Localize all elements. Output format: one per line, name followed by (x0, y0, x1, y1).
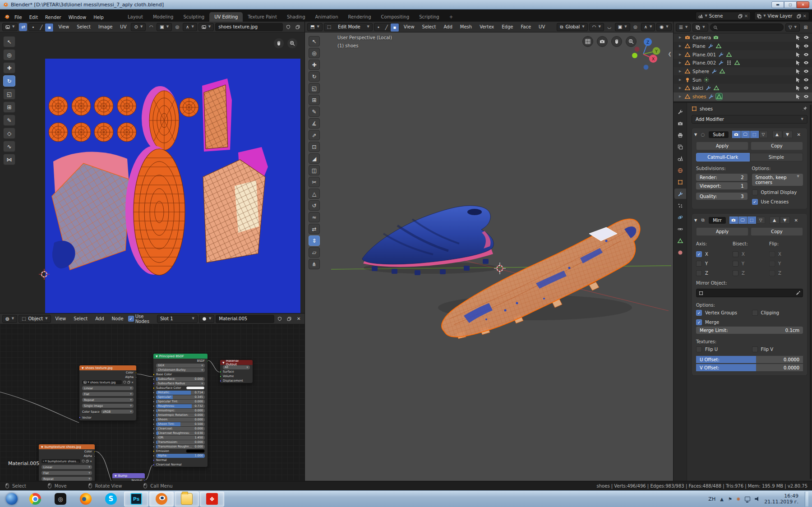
flip-z-checkbox[interactable] (769, 270, 775, 276)
chrome-icon[interactable] (23, 492, 47, 507)
new-material-icon[interactable] (285, 315, 293, 323)
maximize-button[interactable]: ▢ (784, 1, 797, 8)
outliner-row[interactable]: ▶ Plane (674, 42, 812, 51)
bsdf-input-row[interactable]: Normal (153, 458, 208, 462)
disclosure-icon[interactable]: ▶ (679, 78, 683, 82)
grab-tool-icon[interactable]: ◇ (3, 128, 15, 139)
mesh-data-icon[interactable] (715, 43, 722, 49)
disclosure-icon[interactable]: ▶ (679, 69, 683, 73)
properties-tab-constraints[interactable] (674, 224, 686, 234)
workspace-tab[interactable]: Shading (282, 12, 310, 22)
rotate-tool-icon[interactable]: ↻ (309, 71, 320, 82)
image-texture-node[interactable]: ▼shoes texture.jpg Color Alpha ▼ shoes t… (79, 365, 137, 421)
uv-menu[interactable]: Select (74, 23, 94, 30)
bsdf-input-row[interactable]: Clearcoat: 0.000 (153, 426, 208, 431)
clipping-checkbox[interactable] (752, 310, 758, 316)
node-canvas[interactable]: ▼shoes texture.jpg Color Alpha ▼ shoes t… (0, 324, 304, 481)
editor-type-button[interactable]: ☰▼ (676, 23, 691, 32)
shader-type-dropdown[interactable]: ⬚Object▼ (18, 315, 51, 323)
mirror-object-field[interactable] (696, 289, 803, 297)
measure-tool-icon[interactable]: ∡ (309, 118, 320, 129)
topbar-menu[interactable]: Edit (26, 13, 42, 22)
new-collection-button[interactable]: ⊞ (802, 23, 810, 32)
properties-scrollbar[interactable] (810, 105, 812, 479)
color-swatch[interactable] (186, 449, 205, 453)
bisect-x-checkbox[interactable] (733, 251, 738, 257)
mesh-data-icon[interactable] (726, 51, 732, 58)
disclosure-icon[interactable]: ▶ (679, 44, 683, 48)
mode-dropdown[interactable]: ⬚Edit Mode▼ (324, 23, 373, 31)
material-name-field[interactable]: Material.005 (216, 315, 274, 323)
flip-u-checkbox[interactable] (696, 346, 702, 352)
vertex-select-icon[interactable]: • (374, 23, 383, 32)
cage-toggle[interactable]: ▽ (757, 217, 765, 224)
bisect-z-checkbox[interactable] (733, 270, 738, 276)
uv-snap-icon[interactable]: ◠ (147, 23, 155, 31)
bevel-tool-icon[interactable]: ◢ (309, 153, 320, 164)
hide-eye-icon[interactable] (803, 93, 809, 100)
outliner-row[interactable]: ▶ Plane.002 (674, 59, 812, 67)
show-desktop-button[interactable] (805, 492, 808, 507)
workspace-tab[interactable]: Texture Paint (243, 12, 282, 22)
bump-texture-node[interactable]: ▼bumptexture shoes.jpg Color Alpha ▼ bum… (38, 444, 95, 481)
selectable-icon[interactable] (795, 77, 801, 83)
copy-button[interactable]: Copy (751, 142, 803, 150)
smooth-tool-icon[interactable]: ≈ (309, 212, 320, 222)
bsdf-input-row[interactable]: Sheen Tint: 0.500 (153, 422, 208, 426)
modifier-icon[interactable] (718, 60, 724, 66)
hide-eye-icon[interactable] (803, 51, 809, 58)
shader-menu[interactable]: Node (109, 315, 127, 322)
network-icon[interactable] (745, 497, 750, 501)
knife-tool-icon[interactable]: ✂ (309, 177, 320, 187)
breadcrumb[interactable]: shoes (700, 106, 713, 111)
editor-type-button[interactable]: ◍▼ (2, 315, 17, 323)
annotate-tool-icon[interactable]: ✎ (3, 115, 15, 126)
eyedropper-icon[interactable] (796, 291, 800, 295)
use-creases-checkbox[interactable] (752, 199, 758, 205)
proportional-edit-icon[interactable]: ◎ (632, 23, 640, 31)
u-offset-slider[interactable]: U Offset:0.0000 (696, 356, 803, 363)
optimal-display-checkbox[interactable] (752, 189, 758, 195)
transform-tool-icon[interactable]: ⊞ (309, 95, 320, 105)
inset-faces-tool-icon[interactable]: ⊡ (309, 142, 320, 152)
new-image-icon[interactable] (294, 23, 302, 31)
workspace-tab[interactable]: Rendering (343, 12, 376, 22)
volume-icon[interactable] (755, 497, 760, 502)
uv-canvas[interactable]: ↖ ◎ ✚ ↻ ◱ ⊞ ✎ ◇ ∿ ⋈ (0, 32, 304, 313)
viewport-menu[interactable]: Mesh (457, 23, 475, 30)
move-up-button[interactable]: ▲ (770, 217, 780, 224)
view-layer-selector[interactable]: ▼ View Layer ✕ (754, 12, 809, 20)
uv-menu[interactable]: View (55, 23, 72, 30)
move-tool-icon[interactable]: ✚ (309, 60, 320, 70)
scene-name[interactable]: Scene (709, 14, 736, 18)
bsdf-input-row[interactable]: Metallic: 0.714 (153, 390, 208, 395)
axis-x-checkbox[interactable] (696, 251, 702, 257)
modifier-icon[interactable] (711, 68, 717, 74)
bsdf-input-row[interactable]: Roughness: 0.732 (153, 404, 208, 408)
render-visibility-toggle[interactable] (729, 217, 738, 224)
dark-app-icon[interactable]: ◎ (48, 492, 73, 507)
bsdf-input-row[interactable]: IOR: 1.450 (153, 435, 208, 440)
vertex-group-icon[interactable] (726, 60, 732, 66)
move-down-button[interactable]: ▼ (780, 217, 790, 224)
workspace-tab[interactable]: Modeling (148, 12, 179, 22)
viewport-menu[interactable]: UV (535, 23, 548, 30)
render-visibility-toggle[interactable] (732, 131, 741, 138)
properties-tab-particles[interactable] (674, 200, 686, 211)
expand-icon[interactable]: ▼ (694, 218, 697, 222)
uv-image-browse[interactable]: ▼ (198, 23, 214, 31)
viewport-menu[interactable]: Edge (498, 23, 516, 30)
uv-vertex-select-icon[interactable]: • (29, 23, 37, 32)
selectable-icon[interactable] (795, 34, 801, 41)
bisect-y-checkbox[interactable] (733, 261, 738, 267)
editmode-visibility-toggle[interactable]: ⬚ (750, 131, 759, 138)
viewport-menu[interactable]: Vertex (476, 23, 497, 30)
zoom-view-button[interactable] (626, 36, 637, 47)
workspace-tab[interactable]: Animation (310, 12, 343, 22)
outliner-row[interactable]: ▶ kalci (674, 84, 812, 92)
cage-toggle[interactable]: ▽ (759, 131, 768, 138)
transform-tool-icon[interactable]: ⊞ (3, 101, 15, 113)
object-name[interactable]: Camera (692, 35, 711, 40)
object-name[interactable]: Plane.002 (692, 60, 716, 65)
add-modifier-dropdown[interactable]: Add Modifier▼ (692, 115, 807, 124)
